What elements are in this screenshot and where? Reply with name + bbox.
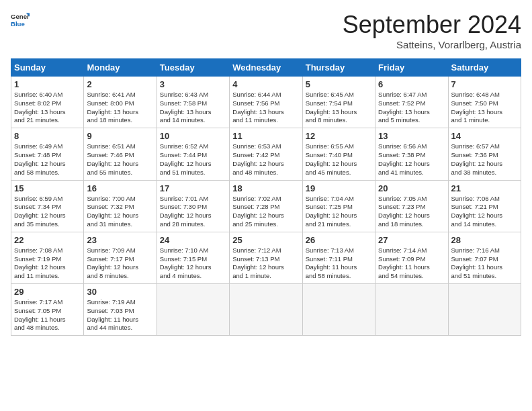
day-cell: 3Sunrise: 6:43 AM Sunset: 7:58 PM Daylig… (157, 77, 229, 128)
day-cell: 19Sunrise: 7:04 AM Sunset: 7:25 PM Dayli… (302, 180, 375, 232)
day-cell: 15Sunrise: 6:59 AM Sunset: 7:34 PM Dayli… (11, 180, 84, 232)
day-info: Sunrise: 7:05 AM Sunset: 7:23 PM Dayligh… (378, 195, 445, 229)
day-cell: 26Sunrise: 7:13 AM Sunset: 7:11 PM Dayli… (302, 232, 375, 283)
day-number: 11 (232, 131, 299, 141)
day-number: 12 (306, 131, 372, 141)
day-number: 29 (14, 287, 81, 297)
day-number: 27 (378, 235, 445, 245)
title-block: September 2024 Satteins, Vorarlberg, Aus… (343, 11, 521, 50)
day-number: 17 (160, 183, 226, 193)
day-number: 4 (232, 79, 299, 89)
weekday-header-tuesday: Tuesday (157, 59, 229, 77)
week-row-4: 22Sunrise: 7:08 AM Sunset: 7:19 PM Dayli… (11, 232, 521, 283)
day-number: 1 (14, 79, 81, 89)
day-info: Sunrise: 6:44 AM Sunset: 7:56 PM Dayligh… (232, 91, 299, 125)
day-info: Sunrise: 7:09 AM Sunset: 7:17 PM Dayligh… (87, 246, 153, 281)
day-number: 8 (14, 131, 81, 141)
day-number: 15 (14, 183, 81, 193)
day-cell (448, 284, 521, 336)
day-cell (375, 284, 448, 336)
day-number: 18 (232, 183, 299, 193)
day-cell: 7Sunrise: 6:48 AM Sunset: 7:50 PM Daylig… (448, 77, 521, 128)
day-info: Sunrise: 7:17 AM Sunset: 7:05 PM Dayligh… (14, 298, 81, 332)
week-row-5: 29Sunrise: 7:17 AM Sunset: 7:05 PM Dayli… (11, 284, 521, 336)
calendar-table: SundayMondayTuesdayWednesdayThursdayFrid… (11, 58, 521, 336)
day-cell: 10Sunrise: 6:52 AM Sunset: 7:44 PM Dayli… (157, 128, 229, 180)
day-cell: 30Sunrise: 7:19 AM Sunset: 7:03 PM Dayli… (84, 284, 157, 336)
day-info: Sunrise: 6:56 AM Sunset: 7:38 PM Dayligh… (378, 142, 445, 177)
day-cell: 14Sunrise: 6:57 AM Sunset: 7:36 PM Dayli… (448, 128, 521, 180)
day-cell: 16Sunrise: 7:00 AM Sunset: 7:32 PM Dayli… (84, 180, 157, 232)
logo: GeneralBlue (11, 11, 30, 30)
day-number: 6 (378, 79, 445, 89)
day-cell (302, 284, 375, 336)
day-info: Sunrise: 6:55 AM Sunset: 7:40 PM Dayligh… (306, 142, 372, 177)
day-cell: 9Sunrise: 6:51 AM Sunset: 7:46 PM Daylig… (84, 128, 157, 180)
day-cell: 17Sunrise: 7:01 AM Sunset: 7:30 PM Dayli… (157, 180, 229, 232)
day-info: Sunrise: 7:16 AM Sunset: 7:07 PM Dayligh… (451, 246, 518, 281)
day-number: 24 (160, 235, 226, 245)
day-number: 30 (87, 287, 153, 297)
weekday-header-friday: Friday (375, 59, 448, 77)
day-cell: 21Sunrise: 7:06 AM Sunset: 7:21 PM Dayli… (448, 180, 521, 232)
day-info: Sunrise: 6:49 AM Sunset: 7:48 PM Dayligh… (14, 142, 81, 177)
day-info: Sunrise: 6:52 AM Sunset: 7:44 PM Dayligh… (160, 142, 226, 177)
day-info: Sunrise: 6:43 AM Sunset: 7:58 PM Dayligh… (160, 91, 226, 125)
day-number: 22 (14, 235, 81, 245)
day-number: 26 (306, 235, 372, 245)
day-cell: 29Sunrise: 7:17 AM Sunset: 7:05 PM Dayli… (11, 284, 84, 336)
day-info: Sunrise: 7:02 AM Sunset: 7:28 PM Dayligh… (232, 195, 299, 229)
weekday-header-saturday: Saturday (448, 59, 521, 77)
day-number: 20 (378, 183, 445, 193)
day-info: Sunrise: 7:19 AM Sunset: 7:03 PM Dayligh… (87, 298, 153, 332)
day-info: Sunrise: 7:01 AM Sunset: 7:30 PM Dayligh… (160, 195, 226, 229)
day-number: 3 (160, 79, 226, 89)
day-info: Sunrise: 6:48 AM Sunset: 7:50 PM Dayligh… (451, 91, 518, 125)
week-row-3: 15Sunrise: 6:59 AM Sunset: 7:34 PM Dayli… (11, 180, 521, 232)
day-info: Sunrise: 7:04 AM Sunset: 7:25 PM Dayligh… (306, 195, 372, 229)
day-number: 14 (451, 131, 518, 141)
day-info: Sunrise: 6:41 AM Sunset: 8:00 PM Dayligh… (87, 91, 153, 125)
weekday-header-thursday: Thursday (302, 59, 375, 77)
day-info: Sunrise: 7:10 AM Sunset: 7:15 PM Dayligh… (160, 246, 226, 281)
day-cell: 23Sunrise: 7:09 AM Sunset: 7:17 PM Dayli… (84, 232, 157, 283)
day-cell: 22Sunrise: 7:08 AM Sunset: 7:19 PM Dayli… (11, 232, 84, 283)
svg-text:Blue: Blue (11, 20, 25, 28)
day-number: 28 (451, 235, 518, 245)
day-info: Sunrise: 7:12 AM Sunset: 7:13 PM Dayligh… (232, 246, 299, 281)
day-cell: 28Sunrise: 7:16 AM Sunset: 7:07 PM Dayli… (448, 232, 521, 283)
day-number: 9 (87, 131, 153, 141)
page-header: GeneralBlue September 2024 Satteins, Vor… (11, 11, 521, 50)
day-number: 7 (451, 79, 518, 89)
day-cell: 4Sunrise: 6:44 AM Sunset: 7:56 PM Daylig… (230, 77, 302, 128)
day-cell: 8Sunrise: 6:49 AM Sunset: 7:48 PM Daylig… (11, 128, 84, 180)
day-cell (230, 284, 302, 336)
day-info: Sunrise: 6:47 AM Sunset: 7:52 PM Dayligh… (378, 91, 445, 125)
day-cell (157, 284, 229, 336)
day-number: 16 (87, 183, 153, 193)
day-info: Sunrise: 7:14 AM Sunset: 7:09 PM Dayligh… (378, 246, 445, 281)
week-row-2: 8Sunrise: 6:49 AM Sunset: 7:48 PM Daylig… (11, 128, 521, 180)
weekday-header-monday: Monday (84, 59, 157, 77)
day-info: Sunrise: 6:57 AM Sunset: 7:36 PM Dayligh… (451, 142, 518, 177)
day-number: 10 (160, 131, 226, 141)
day-cell: 6Sunrise: 6:47 AM Sunset: 7:52 PM Daylig… (375, 77, 448, 128)
weekday-header-sunday: Sunday (11, 59, 84, 77)
day-info: Sunrise: 6:53 AM Sunset: 7:42 PM Dayligh… (232, 142, 299, 177)
day-number: 2 (87, 79, 153, 89)
day-cell: 13Sunrise: 6:56 AM Sunset: 7:38 PM Dayli… (375, 128, 448, 180)
day-number: 19 (306, 183, 372, 193)
day-cell: 24Sunrise: 7:10 AM Sunset: 7:15 PM Dayli… (157, 232, 229, 283)
day-info: Sunrise: 7:00 AM Sunset: 7:32 PM Dayligh… (87, 195, 153, 229)
day-cell: 20Sunrise: 7:05 AM Sunset: 7:23 PM Dayli… (375, 180, 448, 232)
day-cell: 5Sunrise: 6:45 AM Sunset: 7:54 PM Daylig… (302, 77, 375, 128)
day-cell: 27Sunrise: 7:14 AM Sunset: 7:09 PM Dayli… (375, 232, 448, 283)
day-info: Sunrise: 7:13 AM Sunset: 7:11 PM Dayligh… (306, 246, 372, 281)
day-cell: 25Sunrise: 7:12 AM Sunset: 7:13 PM Dayli… (230, 232, 302, 283)
day-cell: 2Sunrise: 6:41 AM Sunset: 8:00 PM Daylig… (84, 77, 157, 128)
day-cell: 18Sunrise: 7:02 AM Sunset: 7:28 PM Dayli… (230, 180, 302, 232)
day-info: Sunrise: 7:08 AM Sunset: 7:19 PM Dayligh… (14, 246, 81, 281)
day-number: 23 (87, 235, 153, 245)
day-cell: 12Sunrise: 6:55 AM Sunset: 7:40 PM Dayli… (302, 128, 375, 180)
day-number: 5 (306, 79, 372, 89)
